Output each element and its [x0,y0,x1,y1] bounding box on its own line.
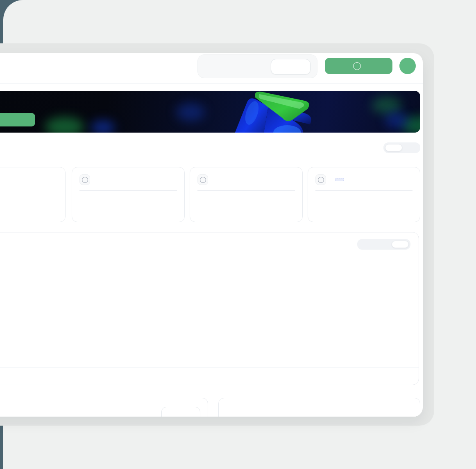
stat-card-arr [72,167,185,222]
payment-method-revenue-card [218,398,420,417]
tab-recorrencia[interactable] [385,144,402,151]
tab-avulso[interactable] [402,144,419,151]
avatar[interactable] [399,58,416,74]
bokeh-green [45,117,84,133]
onboarding-banner [0,91,420,133]
balance-widget [197,54,317,78]
divider [197,190,295,191]
dollar-coin-icon [315,174,326,185]
divider [79,190,177,191]
generate-checkout-button[interactable] [325,58,392,74]
bokeh-blue [176,103,205,121]
window-content [0,53,420,417]
stat-card-mrr [0,167,66,222]
chart-x-axis-line [0,368,419,368]
revenue-chart-card [0,232,419,385]
mrr-comparison-card [0,398,208,417]
tab-anual[interactable] [392,241,409,248]
divider [0,211,59,211]
tab-trimestral[interactable] [375,241,392,248]
pluggy-logo-3d [207,91,399,133]
dollar-coin-icon [353,62,361,70]
year-select[interactable] [161,407,200,417]
bokeh-blue [91,120,115,133]
dollar-coin-icon [79,174,90,185]
chart-month-labels [0,372,413,381]
revenue-line-chart [0,260,413,368]
days-badge [335,178,344,181]
header-divider [0,83,423,84]
stat-card-previsto-a-receber [308,167,420,222]
withdraw-button[interactable] [271,59,311,74]
finish-signup-button[interactable] [0,113,35,126]
chart-granularity-tabs [357,239,410,250]
stat-card-clientes-ativos [190,167,303,222]
divider [315,190,413,191]
tab-mensal[interactable] [359,241,375,248]
app-window [0,53,423,417]
billing-type-tabs [383,142,420,153]
dollar-coin-icon [197,174,208,185]
